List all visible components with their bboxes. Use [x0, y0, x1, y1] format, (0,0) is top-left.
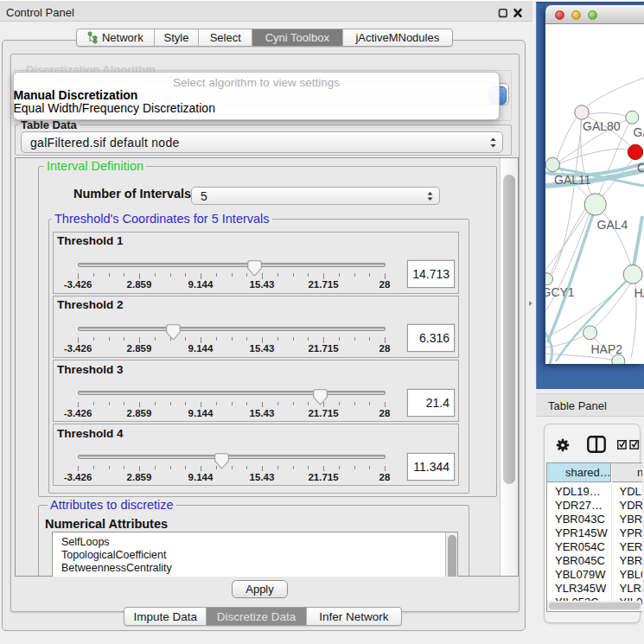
svg-text:C: C — [637, 161, 644, 175]
svg-text:HAP2: HAP2 — [591, 342, 623, 356]
svg-text:GCY1: GCY1 — [545, 285, 575, 299]
svg-text:GAL4: GAL4 — [597, 218, 628, 232]
svg-text:GAL80: GAL80 — [583, 119, 621, 133]
svg-text:HA: HA — [634, 286, 644, 300]
svg-text:GAL11: GAL11 — [554, 173, 591, 187]
svg-text:GA: GA — [634, 125, 644, 139]
